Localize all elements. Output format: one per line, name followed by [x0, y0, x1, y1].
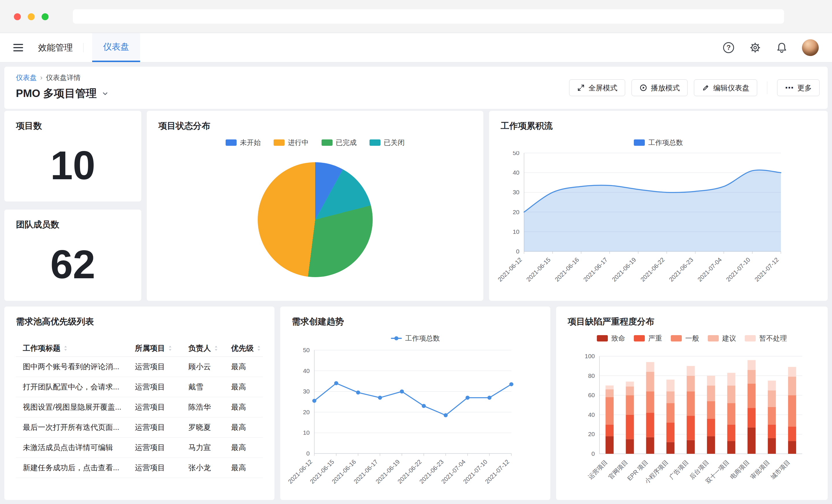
table-row[interactable]: 最后一次打开所有迭代页面... 运营项目 罗晓夏 最高 [16, 417, 263, 438]
cell-project: 运营项目 [135, 443, 188, 453]
column-header-title-label: 工作项标题 [23, 343, 60, 353]
column-header-priority-label: 优先级 [231, 343, 254, 353]
demand-trend-chart[interactable]: 010203040502021-06-122021-06-152021-06-1… [280, 347, 550, 500]
edit-dashboard-button-label: 编辑仪表盘 [713, 83, 749, 93]
top-navbar: 效能管理 仪表盘 ? [0, 33, 832, 62]
status-pie-chart[interactable] [258, 162, 373, 277]
pencil-icon [702, 84, 710, 92]
cell-owner: 戴雪 [188, 382, 231, 392]
column-header-project[interactable]: 所属项目 [135, 343, 188, 353]
defect-severity-chart[interactable]: 020406080100运营项目官网项目EPR 项目小程序项目广告项目后台项目双… [556, 347, 828, 500]
dashboard-header-left: 仪表盘 › 仪表盘详情 PMO 多项目管理 [16, 73, 109, 101]
tab-dashboard[interactable]: 仪表盘 [92, 33, 140, 62]
table-row[interactable]: 视图设置/视图显隐展开覆盖... 运营项目 陈浩华 最高 [16, 397, 263, 417]
fullscreen-button[interactable]: 全屏模式 [569, 79, 625, 96]
play-mode-button[interactable]: 播放模式 [631, 79, 687, 96]
projects-count-value: 10 [4, 137, 141, 194]
legend-item[interactable]: 一般 [671, 334, 699, 343]
legend-label: 致命 [611, 334, 625, 343]
cell-owner: 马力宣 [188, 443, 231, 453]
cell-owner: 陈浩华 [188, 402, 231, 412]
breadcrumb-dashboards-link[interactable]: 仪表盘 [16, 73, 37, 82]
legend-item[interactable]: 工作项总数 [634, 138, 683, 147]
card-demand-trend: 需求创建趋势 工作项总数 010203040502021-06-122021-0… [280, 307, 550, 500]
card-defect-severity-title: 项目缺陷严重程度分布 [568, 316, 654, 328]
svg-text:10: 10 [303, 429, 310, 436]
edit-dashboard-button[interactable]: 编辑仪表盘 [694, 79, 757, 96]
table-row[interactable]: 图中两个账号看到的评论消... 运营项目 顾小云 最高 [16, 357, 263, 377]
svg-text:30: 30 [513, 189, 519, 195]
product-name: 效能管理 [38, 42, 73, 54]
play-icon [639, 84, 647, 92]
table-row[interactable]: 新建任务成功后，点击查看... 运营项目 张小龙 最高 [16, 458, 263, 478]
notifications-bell-icon[interactable] [775, 41, 788, 54]
stat-card-members-title: 团队成员数 [16, 219, 59, 231]
cell-project: 运营项目 [135, 422, 188, 432]
column-header-priority[interactable]: 优先级 [231, 343, 263, 353]
cell-project: 运营项目 [135, 402, 188, 412]
table-row[interactable]: 未激活成员点击详情可编辑 运营项目 马力宣 最高 [16, 438, 263, 458]
dashboard-header: 仪表盘 › 仪表盘详情 PMO 多项目管理 全屏模式 [4, 67, 828, 109]
svg-text:运营项目: 运营项目 [587, 459, 609, 481]
svg-text:60: 60 [588, 392, 595, 398]
cell-title: 最后一次打开所有迭代页面... [16, 422, 135, 432]
svg-text:审批项目: 审批项目 [749, 459, 771, 481]
chevron-down-icon[interactable] [101, 89, 109, 98]
svg-text:100: 100 [585, 353, 595, 359]
address-bar[interactable] [73, 9, 784, 24]
svg-text:40: 40 [588, 411, 595, 418]
card-priority-list-title: 需求池高优先级列表 [16, 316, 94, 328]
legend-label: 一般 [685, 334, 699, 343]
hamburger-menu-icon[interactable] [13, 44, 23, 51]
legend-item[interactable]: 致命 [597, 334, 625, 343]
traffic-lights [14, 13, 49, 20]
legend-swatch [708, 335, 719, 341]
legend-swatch [634, 335, 645, 341]
breadcrumb: 仪表盘 › 仪表盘详情 [16, 73, 109, 82]
column-header-project-label: 所属项目 [135, 343, 165, 353]
legend-label: 已关闭 [384, 138, 405, 147]
legend-item[interactable]: 已完成 [321, 138, 357, 147]
legend-item[interactable]: 进行中 [274, 138, 309, 147]
column-header-title[interactable]: 工作项标题 [16, 343, 135, 353]
legend-item[interactable]: 工作项总数 [391, 334, 440, 343]
cell-title: 图中两个账号看到的评论消... [16, 362, 135, 372]
card-demand-trend-title: 需求创建趋势 [292, 316, 344, 328]
card-priority-list: 需求池高优先级列表 工作项标题 所属项目 负责人 优先级 [4, 307, 275, 500]
stat-card-projects: 项目数 10 [4, 111, 141, 201]
table-row[interactable]: 打开团队配置中心，会请求... 运营项目 戴雪 最高 [16, 377, 263, 397]
legend-item[interactable]: 暂不处理 [745, 334, 787, 343]
sort-icon [214, 345, 218, 351]
cumulative-flow-chart[interactable]: 010203040502021-06-122021-06-152021-06-1… [489, 151, 828, 300]
play-mode-button-label: 播放模式 [651, 83, 680, 93]
cell-owner: 罗晓夏 [188, 422, 231, 432]
card-status-distribution-title: 项目状态分布 [158, 120, 210, 132]
svg-text:0: 0 [306, 450, 310, 457]
minimize-button[interactable] [28, 13, 35, 20]
priority-table: 工作项标题 所属项目 负责人 优先级 图中两个账号看到的评论消... [16, 340, 263, 478]
svg-text:40: 40 [303, 367, 310, 374]
svg-text:50: 50 [303, 347, 310, 353]
svg-text:2021-06-15: 2021-06-15 [525, 256, 551, 283]
sort-icon [257, 345, 261, 351]
legend-item[interactable]: 未开始 [226, 138, 261, 147]
more-button-label: 更多 [797, 83, 812, 93]
svg-text:30: 30 [303, 388, 310, 395]
legend-label: 建议 [722, 334, 736, 343]
legend-item[interactable]: 已关闭 [369, 138, 405, 147]
svg-text:0: 0 [591, 450, 595, 457]
settings-gear-icon[interactable] [749, 41, 761, 54]
column-header-owner[interactable]: 负责人 [188, 343, 231, 353]
card-cumulative-flow: 工作项累积流 工作项总数 010203040502021-06-122021-0… [489, 111, 828, 301]
legend-item[interactable]: 严重 [634, 334, 662, 343]
browser-chrome [0, 0, 832, 33]
help-icon[interactable]: ? [722, 41, 735, 54]
card-status-distribution: 项目状态分布 未开始进行中已完成已关闭 [147, 111, 483, 301]
legend-item[interactable]: 建议 [708, 334, 736, 343]
nav-divider [83, 43, 83, 52]
user-avatar[interactable] [802, 39, 819, 56]
close-button[interactable] [14, 13, 21, 20]
legend-swatch [597, 335, 608, 341]
more-button[interactable]: ⋯ 更多 [777, 79, 820, 96]
zoom-button[interactable] [42, 13, 49, 20]
